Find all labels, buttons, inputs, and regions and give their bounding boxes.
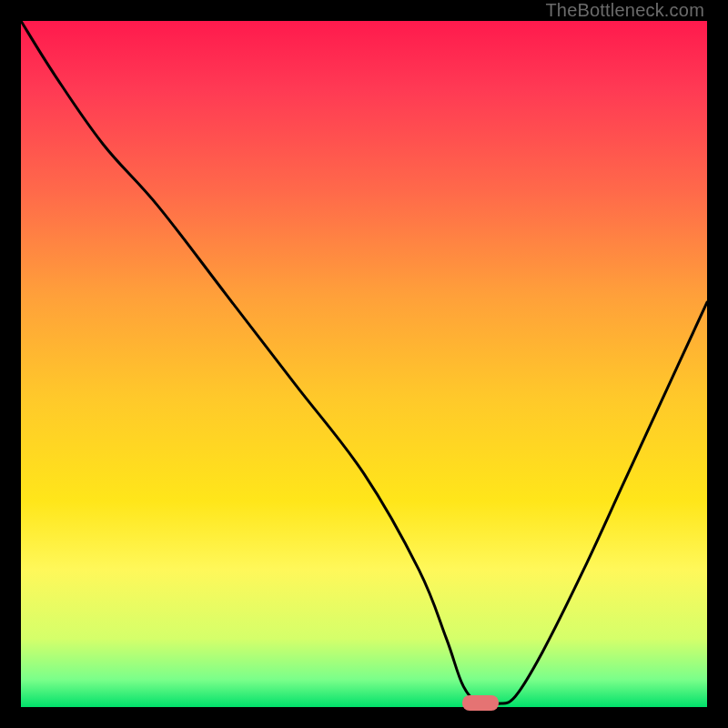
plot-area (21, 21, 707, 707)
curve-path (21, 21, 707, 705)
optimal-marker (462, 695, 499, 711)
watermark-text: TheBottleneck.com (545, 0, 704, 21)
bottleneck-curve (21, 21, 707, 707)
